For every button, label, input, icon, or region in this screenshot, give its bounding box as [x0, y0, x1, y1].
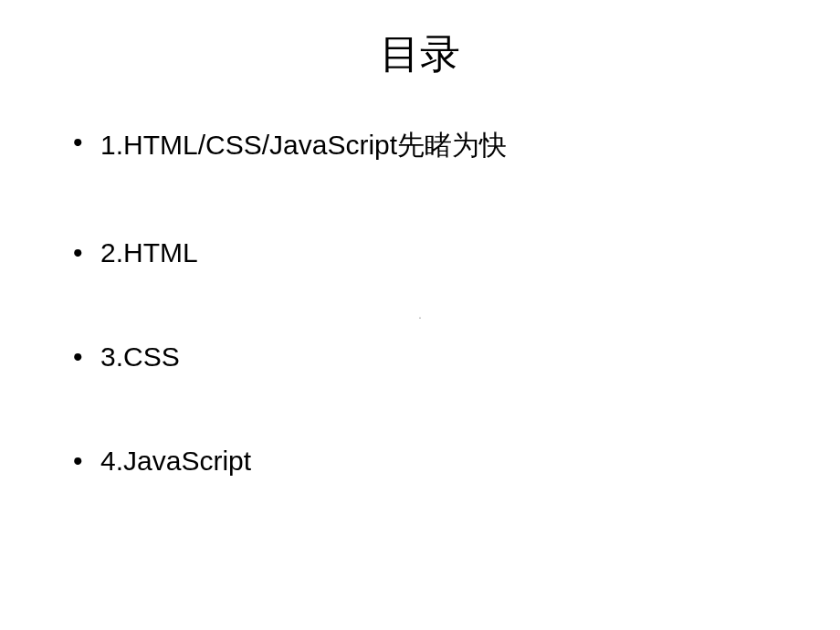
toc-list: 1.HTML/CSS/JavaScript先睹为快 2.HTML 3.CSS 4… [55, 127, 785, 477]
center-mark: . [419, 309, 422, 322]
slide-container: 目录 1.HTML/CSS/JavaScript先睹为快 2.HTML 3.CS… [0, 0, 840, 630]
toc-item: 1.HTML/CSS/JavaScript先睹为快 [73, 127, 785, 164]
toc-item: 2.HTML [73, 237, 785, 268]
slide-title: 目录 [55, 27, 785, 81]
toc-item: 4.JavaScript [73, 446, 785, 477]
toc-item: 3.CSS [73, 341, 785, 373]
